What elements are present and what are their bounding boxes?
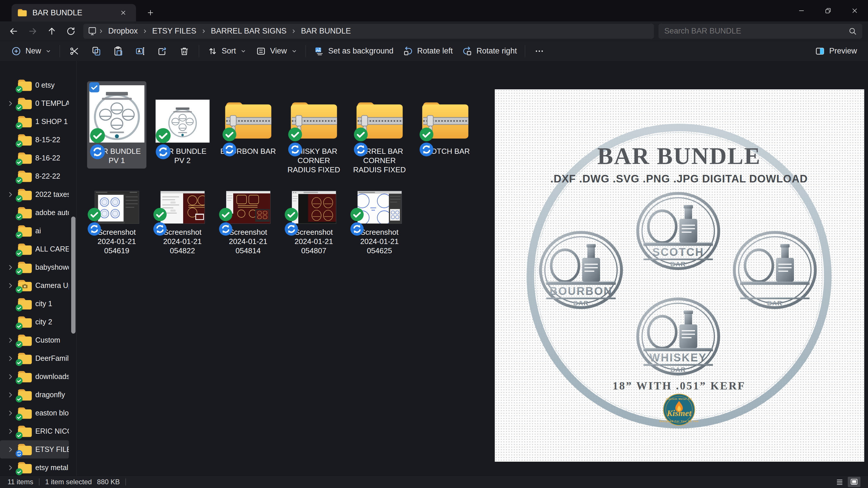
close-button[interactable] <box>841 0 868 22</box>
rotate-left-button[interactable]: Rotate left <box>398 43 458 59</box>
sidebar-item[interactable]: easton blo <box>0 404 69 422</box>
chevron-down-icon <box>240 48 247 54</box>
sidebar-item[interactable]: 0 etsy <box>0 76 69 94</box>
sidebar-item[interactable]: city 2 <box>0 313 69 331</box>
new-button[interactable]: New <box>6 43 56 59</box>
file-tile[interactable]: BAR BUNDLE PV 2 <box>153 81 212 168</box>
breadcrumb-label[interactable]: BARREL BAR SIGNS <box>208 26 290 37</box>
view-button[interactable]: View <box>251 43 302 59</box>
svg-text:BAR: BAR <box>767 299 783 307</box>
up-button[interactable] <box>42 24 61 39</box>
delete-button[interactable] <box>173 43 195 59</box>
sidebar-item[interactable]: ERIC NICOI <box>0 422 69 440</box>
breadcrumb-label[interactable]: BAR BUNDLE <box>298 26 354 37</box>
more-options-button[interactable] <box>529 43 550 59</box>
sidebar-item-label: ai <box>35 227 69 235</box>
rotate-right-button[interactable]: Rotate right <box>458 43 522 59</box>
search-icon[interactable] <box>848 27 857 36</box>
sidebar-item[interactable]: Camera Up <box>0 276 69 295</box>
search-box[interactable] <box>658 24 862 39</box>
folder-icon <box>18 425 32 438</box>
breadcrumb-label[interactable]: ETSY FILES <box>149 26 200 37</box>
new-tab-button[interactable] <box>144 6 157 20</box>
sidebar-item-label: Camera Up <box>35 281 69 290</box>
file-tile[interactable]: WHISKY BAR CORNER RADIUS FIXED <box>284 81 343 178</box>
cut-button[interactable] <box>63 43 85 59</box>
sync-status-badge <box>350 207 364 222</box>
sidebar-item[interactable]: babyshowe <box>0 258 69 276</box>
restore-button[interactable] <box>815 0 841 22</box>
whiskey-medallion: WHISKEY BAR <box>638 299 719 374</box>
sync-status-badge <box>16 158 23 166</box>
rotate-left-icon <box>403 46 413 56</box>
file-tile[interactable]: Screenshot 2024-01-21 054625 <box>350 188 409 259</box>
plus-circle-icon <box>11 46 22 56</box>
sidebar-item[interactable]: 8-22-22 <box>0 167 69 185</box>
status-divider <box>39 479 39 485</box>
file-thumbnail <box>350 188 409 224</box>
thumbnail-view-toggle[interactable] <box>848 477 861 487</box>
sidebar-item[interactable]: 0 TEMPLAT <box>0 94 69 112</box>
breadcrumb-label[interactable]: Dropbox <box>105 26 141 37</box>
rename-icon <box>135 46 146 56</box>
rotate-right-label: Rotate right <box>476 46 517 56</box>
back-button[interactable] <box>4 24 23 39</box>
sidebar-item[interactable]: ALL CARE <box>0 240 69 258</box>
sync-status-badge <box>16 304 23 312</box>
sidebar-item[interactable]: 8-15-22 <box>0 131 69 149</box>
file-tile[interactable]: SCOTCH BAR <box>415 81 475 159</box>
chevron-right-icon <box>290 28 297 34</box>
explorer-tab[interactable]: BAR BUNDLE <box>11 4 136 22</box>
sidebar-item[interactable]: 8-16-22 <box>0 149 69 167</box>
file-tile[interactable]: BOURBON BAR <box>218 81 278 159</box>
details-view-toggle[interactable] <box>833 477 846 487</box>
sidebar-item[interactable]: 2022 taxes <box>0 185 69 203</box>
file-tile[interactable]: Screenshot 2024-01-21 054807 <box>284 188 343 259</box>
sidebar-item[interactable]: DeerFamily <box>0 349 69 367</box>
file-tile[interactable]: BAR BUNDLE PV 1 <box>87 81 146 168</box>
refresh-button[interactable] <box>61 24 81 39</box>
sync-status-badge <box>16 377 23 385</box>
file-thumbnail <box>350 81 409 142</box>
file-tile[interactable]: BARREL BAR CORNER RADUIS FIXED <box>350 81 409 178</box>
sidebar-item[interactable]: city 1 <box>0 295 69 313</box>
tab-close-icon[interactable] <box>116 6 130 20</box>
sort-icon <box>207 46 218 56</box>
selection-checkbox[interactable] <box>89 82 100 93</box>
folder-icon <box>18 443 32 456</box>
sidebar-scrollbar[interactable] <box>71 217 75 334</box>
address-bar[interactable]: Dropbox ETSY FILES BARREL BAR SIGNS BAR … <box>83 24 654 39</box>
sync-status-badge <box>89 128 105 144</box>
folder-icon <box>18 407 32 420</box>
sidebar-item-label: ALL CARE <box>35 245 69 253</box>
sidebar-item[interactable]: adobe auto <box>0 203 69 222</box>
sync-status-badge <box>16 395 23 403</box>
sidebar-item[interactable]: etsy metal <box>0 458 69 477</box>
share-button[interactable] <box>151 43 173 59</box>
minimize-button[interactable] <box>788 0 815 22</box>
navigation-sidebar: 0 etsy 0 TEMPLAT <box>0 61 77 476</box>
forward-button[interactable] <box>23 24 42 39</box>
sidebar-item[interactable]: dragonfly <box>0 386 69 404</box>
file-tile[interactable]: Screenshot 2024-01-21 054814 <box>218 188 278 259</box>
svg-text:SCOTCH: SCOTCH <box>652 246 704 258</box>
paste-button[interactable] <box>107 43 129 59</box>
tab-title: BAR BUNDLE <box>32 8 111 18</box>
sort-button[interactable]: Sort <box>203 43 251 59</box>
sidebar-item[interactable]: ETSY FILES <box>0 440 69 458</box>
file-tile[interactable]: Screenshot 2024-01-21 054619 <box>87 188 146 259</box>
file-tile[interactable]: Screenshot 2024-01-21 054822 <box>153 188 212 259</box>
copy-button[interactable] <box>85 43 107 59</box>
search-input[interactable] <box>664 26 848 36</box>
preview-toggle-button[interactable]: Preview <box>810 43 862 59</box>
sidebar-item[interactable]: downloads <box>0 367 69 386</box>
rename-button[interactable] <box>129 43 151 59</box>
sidebar-item[interactable]: Custom <box>0 331 69 349</box>
sidebar-item[interactable]: ai <box>0 222 69 240</box>
sidebar-item[interactable]: 1 SHOP 1 <box>0 112 69 131</box>
set-as-background-button[interactable]: Set as background <box>309 43 398 59</box>
sidebar-item-label: 8-16-22 <box>35 154 69 162</box>
scissors-icon <box>69 46 80 56</box>
folder-icon <box>18 243 32 256</box>
set-as-background-label: Set as background <box>329 46 394 56</box>
